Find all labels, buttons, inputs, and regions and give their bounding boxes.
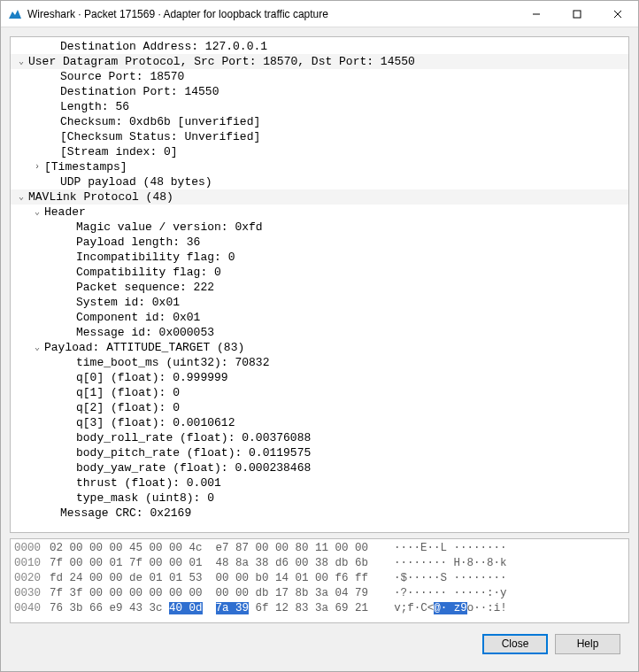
tree-row[interactable]: ⌄Header bbox=[11, 205, 628, 220]
chevron-down-icon[interactable]: ⌄ bbox=[32, 205, 42, 220]
tree-row[interactable]: Message id: 0x000053 bbox=[11, 325, 628, 340]
tree-row-text: Compatibility flag: 0 bbox=[76, 265, 221, 280]
tree-row-text: MAVLink Protocol (48) bbox=[28, 189, 173, 205]
titlebar[interactable]: Wireshark · Packet 171569 · Adapter for … bbox=[1, 1, 638, 27]
chevron-down-icon[interactable]: ⌄ bbox=[16, 54, 27, 69]
tree-row-text: type_mask (uint8): 0 bbox=[76, 490, 214, 506]
minimize-button[interactable] bbox=[516, 1, 557, 27]
tree-row[interactable]: ⌄MAVLink Protocol (48) bbox=[11, 189, 628, 205]
tree-row-text: Destination Port: 14550 bbox=[60, 84, 219, 99]
tree-row[interactable]: UDP payload (48 bytes) bbox=[11, 174, 628, 189]
tree-row[interactable]: Source Port: 18570 bbox=[11, 69, 628, 84]
hex-line[interactable]: 00307f 3f 00 00 00 00 00 00 00 00 db 17 … bbox=[14, 586, 625, 601]
chevron-down-icon[interactable]: ⌄ bbox=[32, 340, 42, 355]
tree-row[interactable]: q[3] (float): 0.0010612 bbox=[11, 415, 628, 430]
tree-row-text: q[2] (float): 0 bbox=[76, 400, 180, 415]
hex-offset: 0040 bbox=[14, 601, 41, 616]
tree-row[interactable]: Magic value / version: 0xfd bbox=[11, 220, 628, 235]
tree-row-text: body_pitch_rate (float): 0.0119575 bbox=[76, 445, 311, 460]
hex-bytes: fd 24 00 00 de 01 01 53 00 00 b0 14 01 0… bbox=[50, 571, 368, 586]
tree-row[interactable]: Destination Address: 127.0.0.1 bbox=[11, 39, 628, 54]
tree-row-text: Source Port: 18570 bbox=[60, 69, 184, 84]
tree-row-text: User Datagram Protocol, Src Port: 18570,… bbox=[28, 54, 415, 69]
tree-row[interactable]: Compatibility flag: 0 bbox=[11, 265, 628, 280]
tree-row[interactable]: body_pitch_rate (float): 0.0119575 bbox=[11, 445, 628, 460]
tree-row[interactable]: Destination Port: 14550 bbox=[11, 84, 628, 99]
tree-row-text: body_yaw_rate (float): 0.000238468 bbox=[76, 460, 311, 475]
tree-row[interactable]: Component id: 0x01 bbox=[11, 310, 628, 325]
hex-line[interactable]: 004076 3b 66 e9 43 3c 40 0d 7a 39 6f 12 … bbox=[14, 601, 625, 616]
tree-row-text: Header bbox=[44, 205, 86, 220]
hex-ascii-selected: @· z9 bbox=[434, 602, 467, 614]
tree-row-text: Payload length: 36 bbox=[76, 235, 200, 250]
hex-bytes: 76 3b 66 e9 43 3c 40 0d 7a 39 6f 12 83 3… bbox=[50, 601, 368, 616]
tree-row[interactable]: Message CRC: 0x2169 bbox=[11, 506, 628, 521]
tree-row[interactable]: Incompatibility flag: 0 bbox=[11, 250, 628, 265]
tree-row[interactable]: time_boot_ms (uint32): 70832 bbox=[11, 355, 628, 370]
hex-ascii: ·$·····S ········ bbox=[381, 571, 507, 586]
tree-row-text: Destination Address: 127.0.0.1 bbox=[60, 39, 267, 54]
chevron-down-icon[interactable]: ⌄ bbox=[16, 189, 27, 205]
hex-ascii: v;f·C<@· z9o··:i! bbox=[381, 601, 507, 616]
hex-offset: 0000 bbox=[14, 541, 41, 556]
window-title: Wireshark · Packet 171569 · Adapter for … bbox=[27, 8, 516, 20]
tree-row[interactable]: q[1] (float): 0 bbox=[11, 385, 628, 400]
tree-row-text: Message id: 0x000053 bbox=[76, 325, 214, 340]
tree-row-text: q[0] (float): 0.999999 bbox=[76, 370, 228, 385]
tree-row[interactable]: ⌄Payload: ATTITUDE_TARGET (83) bbox=[11, 340, 628, 355]
tree-row-text: time_boot_ms (uint32): 70832 bbox=[76, 355, 269, 370]
tree-row-text: thrust (float): 0.001 bbox=[76, 475, 221, 490]
tree-row[interactable]: q[0] (float): 0.999999 bbox=[11, 370, 628, 385]
hex-bytes: 7f 3f 00 00 00 00 00 00 00 00 db 17 8b 3… bbox=[50, 586, 368, 601]
wireshark-icon bbox=[8, 7, 22, 21]
tree-row[interactable]: thrust (float): 0.001 bbox=[11, 475, 628, 490]
tree-row-text: [Stream index: 0] bbox=[60, 144, 178, 159]
hex-line[interactable]: 000002 00 00 00 45 00 00 4c e7 87 00 00 … bbox=[14, 541, 625, 556]
tree-row-text: Message CRC: 0x2169 bbox=[60, 506, 191, 521]
maximize-button[interactable] bbox=[557, 1, 597, 27]
tree-row[interactable]: Packet sequence: 222 bbox=[11, 280, 628, 295]
tree-row[interactable]: Payload length: 36 bbox=[11, 235, 628, 250]
tree-row[interactable]: Checksum: 0xdb6b [unverified] bbox=[11, 114, 628, 129]
tree-row[interactable]: type_mask (uint8): 0 bbox=[11, 490, 628, 506]
tree-row[interactable]: body_roll_rate (float): 0.00376088 bbox=[11, 430, 628, 445]
tree-row[interactable]: System id: 0x01 bbox=[11, 295, 628, 310]
hex-selected: 40 0d bbox=[169, 602, 203, 614]
tree-row-text: Packet sequence: 222 bbox=[76, 280, 214, 295]
hex-offset: 0030 bbox=[14, 586, 41, 601]
hex-offset: 0020 bbox=[14, 571, 41, 586]
hex-bytes: 7f 00 00 01 7f 00 00 01 48 8a 38 d6 00 3… bbox=[50, 556, 368, 571]
hex-ascii: ····E··L ········ bbox=[381, 541, 507, 556]
tree-row-text: Component id: 0x01 bbox=[76, 310, 200, 325]
hex-ascii: ········ H·8··8·k bbox=[381, 556, 507, 571]
tree-row-text: q[1] (float): 0 bbox=[76, 385, 180, 400]
tree-row-text: q[3] (float): 0.0010612 bbox=[76, 415, 235, 430]
tree-row-text: [Timestamps] bbox=[44, 159, 127, 174]
hex-ascii: ·?······ ·····:·y bbox=[381, 586, 507, 601]
svg-rect-1 bbox=[574, 11, 581, 18]
tree-row[interactable]: [Stream index: 0] bbox=[11, 144, 628, 159]
hex-line[interactable]: 00107f 00 00 01 7f 00 00 01 48 8a 38 d6 … bbox=[14, 556, 625, 571]
tree-row-text: UDP payload (48 bytes) bbox=[60, 174, 212, 189]
tree-row-text: Magic value / version: 0xfd bbox=[76, 220, 263, 235]
close-button[interactable]: Close bbox=[482, 634, 548, 654]
tree-row[interactable]: ›[Timestamps] bbox=[11, 159, 628, 174]
tree-row[interactable]: body_yaw_rate (float): 0.000238468 bbox=[11, 460, 628, 475]
dialog-footer: Close Help bbox=[10, 629, 629, 664]
tree-row-text: body_roll_rate (float): 0.00376088 bbox=[76, 430, 311, 445]
packet-details-tree[interactable]: Destination Address: 127.0.0.1⌄User Data… bbox=[10, 36, 629, 533]
hex-offset: 0010 bbox=[14, 556, 41, 571]
tree-row[interactable]: ⌄User Datagram Protocol, Src Port: 18570… bbox=[11, 54, 628, 69]
chevron-right-icon[interactable]: › bbox=[32, 159, 42, 174]
tree-row[interactable]: Length: 56 bbox=[11, 99, 628, 114]
packet-bytes-pane[interactable]: 000002 00 00 00 45 00 00 4c e7 87 00 00 … bbox=[10, 538, 629, 623]
tree-row-text: Incompatibility flag: 0 bbox=[76, 250, 235, 265]
tree-row-text: Length: 56 bbox=[60, 99, 129, 114]
tree-row[interactable]: q[2] (float): 0 bbox=[11, 400, 628, 415]
hex-selected: 7a 39 bbox=[216, 602, 250, 614]
hex-bytes: 02 00 00 00 45 00 00 4c e7 87 00 00 80 1… bbox=[50, 541, 368, 556]
tree-row[interactable]: [Checksum Status: Unverified] bbox=[11, 129, 628, 144]
hex-line[interactable]: 0020fd 24 00 00 de 01 01 53 00 00 b0 14 … bbox=[14, 571, 625, 586]
help-button[interactable]: Help bbox=[555, 634, 620, 654]
close-window-button[interactable] bbox=[597, 1, 638, 27]
